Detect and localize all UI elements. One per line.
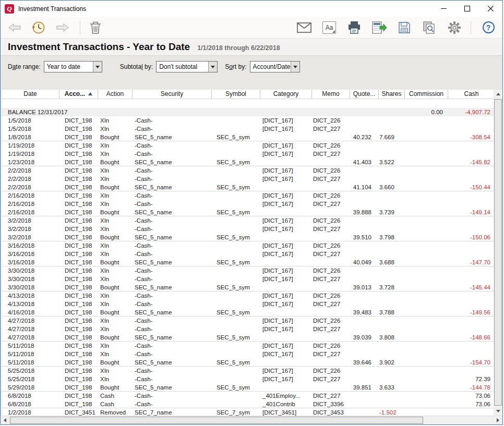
scroll-down-icon[interactable] bbox=[494, 407, 502, 416]
table-row[interactable]: 3/16/2018DICT_198BoughtSEC_5_nameSEC_5_s… bbox=[2, 258, 494, 266]
table-row[interactable]: 4/27/2018DICT_198XIn-Cash-[DICT_167]DICT… bbox=[2, 325, 494, 333]
scroll-up-icon[interactable] bbox=[494, 90, 502, 99]
column-header-cash[interactable]: Cash bbox=[448, 90, 495, 99]
cell-quote: 39.483 bbox=[350, 308, 379, 316]
history-icon[interactable] bbox=[31, 20, 46, 35]
table-row[interactable]: 5/11/2018DICT_198XIn-Cash-[DICT_167]DICT… bbox=[2, 350, 494, 358]
table-row[interactable]: 5/11/2018DICT_198BoughtSEC_5_nameSEC_5_s… bbox=[2, 358, 494, 367]
table-row[interactable]: 2/2/2018DICT_198BoughtSEC_5_nameSEC_5_sy… bbox=[2, 183, 494, 191]
print-icon[interactable] bbox=[346, 20, 362, 35]
chevron-down-icon[interactable] bbox=[93, 62, 102, 72]
table-row[interactable]: 2/16/2018DICT_198XIn-Cash-[DICT_167]DICT… bbox=[2, 200, 494, 208]
cell-security: -Cash- bbox=[133, 150, 212, 158]
cell-quote bbox=[350, 175, 379, 183]
cell-symbol bbox=[212, 141, 260, 150]
cell-category: [DICT_167] bbox=[260, 125, 312, 133]
column-header-category[interactable]: Category bbox=[260, 90, 312, 99]
cell-category bbox=[260, 308, 312, 316]
minimize-button[interactable] bbox=[432, 1, 455, 17]
cell-account: DICT_198 bbox=[59, 250, 98, 258]
sort-select[interactable]: Account/Date bbox=[250, 61, 300, 72]
cell-commission bbox=[405, 392, 448, 400]
column-header-action[interactable]: Action bbox=[98, 90, 133, 99]
table-row[interactable]: 2/16/2018DICT_198BoughtSEC_5_nameSEC_5_s… bbox=[2, 208, 494, 216]
font-icon[interactable]: Aa bbox=[321, 20, 337, 35]
cell-security: SEC_5_name bbox=[133, 333, 212, 341]
table-row[interactable]: 4/27/2018DICT_198BoughtSEC_5_nameSEC_5_s… bbox=[2, 333, 494, 342]
column-header-shares[interactable]: Shares bbox=[379, 90, 405, 99]
table-row[interactable]: 3/2/2018DICT_198BoughtSEC_5_nameSEC_5_sy… bbox=[2, 233, 494, 241]
chevron-down-icon[interactable] bbox=[291, 62, 299, 72]
cell-action: XIn bbox=[98, 275, 133, 283]
table-row[interactable]: 4/13/2018DICT_198XIn-Cash-[DICT_167]DICT… bbox=[2, 300, 494, 308]
table-row[interactable]: 4/27/2018DICT_198XIn-Cash-[DICT_167]DICT… bbox=[2, 317, 494, 325]
cell-security: -Cash- bbox=[133, 175, 212, 183]
export-icon[interactable] bbox=[371, 20, 387, 35]
close-button[interactable] bbox=[479, 1, 502, 17]
table-row[interactable]: 3/16/2018DICT_198XIn-Cash-[DICT_167]DICT… bbox=[2, 250, 494, 258]
cell-shares bbox=[379, 200, 405, 208]
table-row[interactable]: 1/5/2018DICT_198XIn-Cash-[DICT_167]DICT_… bbox=[2, 125, 494, 133]
table-row[interactable]: 3/2/2018DICT_198XIn-Cash-[DICT_167]DICT_… bbox=[2, 216, 494, 225]
column-header-symbol[interactable]: Symbol bbox=[212, 90, 260, 99]
cell-symbol bbox=[212, 175, 260, 183]
table-row[interactable]: 4/16/2018DICT_198BoughtSEC_5_nameSEC_5_s… bbox=[2, 308, 494, 317]
table-row[interactable]: 1/8/2018DICT_198BoughtSEC_5_nameSEC_5_sy… bbox=[2, 133, 494, 141]
table-row[interactable]: 3/16/2018DICT_198XIn-Cash-[DICT_167]DICT… bbox=[2, 241, 494, 250]
table-row[interactable]: 5/25/2018DICT_198XIn-Cash-[DICT_167]DICT… bbox=[2, 375, 494, 383]
column-header-commission[interactable]: Commission bbox=[405, 90, 448, 99]
table-row[interactable]: 6/8/2018DICT_198Cash-Cash-_401ContribDIC… bbox=[2, 400, 494, 408]
cell-quote: 40.049 bbox=[350, 258, 379, 266]
table-row[interactable]: 3/30/2018DICT_198BoughtSEC_5_nameSEC_5_s… bbox=[2, 283, 494, 291]
scroll-left-icon[interactable] bbox=[1, 416, 9, 424]
subtotal-select[interactable]: Don't subtotal bbox=[156, 61, 218, 72]
cell-security: -Cash- bbox=[133, 400, 212, 408]
table-row[interactable]: 3/2/2018DICT_198XIn-Cash-[DICT_167]DICT_… bbox=[2, 225, 494, 233]
vertical-scrollbar[interactable] bbox=[494, 90, 502, 416]
cell-symbol: SEC_5_sym bbox=[212, 183, 260, 191]
table-row[interactable]: 1/23/2018DICT_198BoughtSEC_5_nameSEC_5_s… bbox=[2, 158, 494, 166]
table-row[interactable]: 3/30/2018DICT_198XIn-Cash-[DICT_167]DICT… bbox=[2, 275, 494, 283]
preview-icon[interactable] bbox=[422, 20, 437, 35]
table-row[interactable]: 2/2/2018DICT_198XIn-Cash-[DICT_167]DICT_… bbox=[2, 175, 494, 183]
cell-date: 1/5/2018 bbox=[2, 125, 59, 133]
table-row[interactable]: 5/29/2018DICT_198BoughtSEC_5_nameSEC_5_s… bbox=[2, 383, 494, 392]
table-row[interactable]: 1/2/2018DICT_3451RemovedSEC_7_nameSEC_7_… bbox=[2, 408, 494, 416]
column-header-account[interactable]: Acco... bbox=[59, 90, 98, 99]
delete-icon[interactable] bbox=[88, 20, 103, 35]
vertical-scroll-thumb[interactable] bbox=[494, 99, 502, 406]
table-row[interactable]: 6/8/2018DICT_198Cash-Cash-_401Employ...D… bbox=[2, 392, 494, 400]
table-row[interactable]: 2/2/2018DICT_198XIn-Cash-[DICT_167]DICT_… bbox=[2, 166, 494, 175]
date-range-select[interactable]: Year to date bbox=[44, 61, 102, 72]
cell-quote bbox=[350, 325, 379, 333]
table-row[interactable]: 1/19/2018DICT_198XIn-Cash-[DICT_167]DICT… bbox=[2, 150, 494, 158]
cell-action: XIn bbox=[98, 342, 133, 350]
table-row[interactable]: 1/5/2018DICT_198XIn-Cash-[DICT_167]DICT_… bbox=[2, 116, 494, 125]
forward-icon[interactable] bbox=[55, 20, 70, 35]
cell-quote: 41.403 bbox=[350, 158, 379, 166]
back-icon[interactable] bbox=[7, 20, 22, 35]
table-row[interactable]: 1/19/2018DICT_198XIn-Cash-[DICT_167]DICT… bbox=[2, 141, 494, 150]
email-icon[interactable] bbox=[296, 20, 312, 35]
cell-action: XIn bbox=[98, 250, 133, 258]
table-row[interactable]: 4/13/2018DICT_198XIn-Cash-[DICT_167]DICT… bbox=[2, 291, 494, 300]
save-icon[interactable] bbox=[397, 20, 412, 35]
table-row[interactable]: 5/25/2018DICT_198XIn-Cash-[DICT_167]DICT… bbox=[2, 367, 494, 375]
horizontal-scrollbar[interactable] bbox=[1, 416, 502, 424]
table-row[interactable]: 3/30/2018DICT_198XIn-Cash-[DICT_167]DICT… bbox=[2, 266, 494, 275]
column-header-memo[interactable]: Memo bbox=[312, 90, 350, 99]
cell-memo: DICT_227 bbox=[312, 175, 350, 183]
cell-account: DICT_198 bbox=[59, 258, 98, 266]
help-icon[interactable]: ? bbox=[481, 20, 496, 35]
horizontal-scroll-thumb[interactable] bbox=[10, 417, 423, 424]
column-header-quote[interactable]: Quote... bbox=[350, 90, 379, 99]
scroll-right-icon[interactable] bbox=[494, 416, 502, 424]
column-header-security[interactable]: Security bbox=[133, 90, 212, 99]
table-row[interactable]: 2/16/2018DICT_198XIn-Cash-[DICT_167]DICT… bbox=[2, 191, 494, 200]
cell-security: -Cash- bbox=[133, 350, 212, 358]
settings-icon[interactable] bbox=[447, 20, 462, 35]
table-row[interactable]: 5/11/2018DICT_198XIn-Cash-[DICT_167]DICT… bbox=[2, 342, 494, 350]
chevron-down-icon[interactable] bbox=[208, 62, 217, 72]
maximize-button[interactable] bbox=[455, 1, 479, 17]
column-header-date[interactable]: Date bbox=[2, 90, 59, 99]
